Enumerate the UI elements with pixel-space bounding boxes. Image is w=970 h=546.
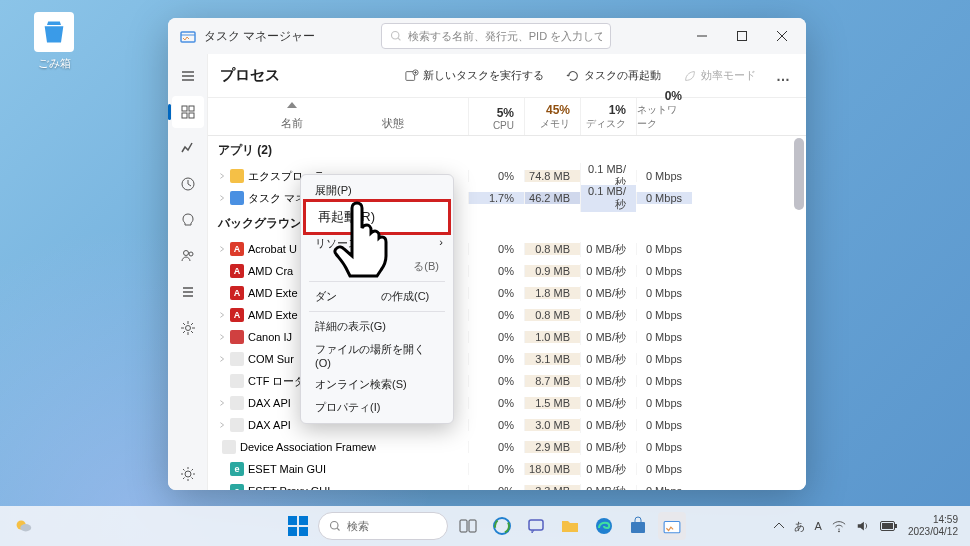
nav-users[interactable] (172, 240, 204, 272)
chat-button[interactable] (522, 512, 550, 540)
titlebar: タスク マネージャー 検索する名前、発行元、PID を入力してくだ... (168, 18, 806, 54)
start-button[interactable] (284, 512, 312, 540)
svg-point-9 (189, 252, 193, 256)
restart-task-button[interactable]: タスクの再起動 (560, 64, 667, 87)
process-row[interactable]: DAX API 0% 1.5 MB 0 MB/秒 0 Mbps (208, 392, 806, 414)
process-row[interactable]: COM Sur 0% 3.1 MB 0 MB/秒 0 Mbps (208, 348, 806, 370)
cpu-value: 0% (468, 170, 524, 182)
nav-performance[interactable] (172, 132, 204, 164)
recycle-bin[interactable]: ごみ箱 (24, 12, 84, 71)
process-row[interactable]: Canon IJ 0% 1.0 MB 0 MB/秒 0 Mbps (208, 326, 806, 348)
column-name[interactable]: 名前 (208, 98, 376, 135)
ime-kana[interactable]: あ (794, 519, 805, 534)
process-row[interactable]: eESET Main GUI 0% 18.0 MB 0 MB/秒 0 Mbps (208, 458, 806, 480)
process-row[interactable]: DAX API 0% 3.0 MB 0 MB/秒 0 Mbps (208, 414, 806, 436)
ctx-create-dump[interactable]: ダン の作成(C) (301, 285, 453, 308)
memory-value: 0.9 MB (524, 265, 580, 277)
ctx-properties[interactable]: プロパティ(I) (301, 396, 453, 419)
nav-settings[interactable] (172, 458, 204, 490)
run-new-task-button[interactable]: 新しいタスクを実行する (399, 64, 550, 87)
more-button[interactable]: … (772, 68, 794, 84)
network-value: 0 Mbps (636, 192, 692, 204)
ctx-open-location[interactable]: ファイルの場所を開く(O) (301, 338, 453, 373)
nav-services[interactable] (172, 312, 204, 344)
tray-chevron-icon[interactable] (774, 521, 784, 531)
process-row[interactable]: エクスプローラー 0% 74.8 MB 0.1 MB/秒 0 Mbps (208, 165, 806, 187)
network-value: 0 Mbps (636, 353, 692, 365)
clock[interactable]: 14:59 2023/04/12 (908, 514, 958, 538)
scrollbar-thumb[interactable] (794, 138, 804, 210)
cpu-value: 0% (468, 419, 524, 431)
memory-value: 46.2 MB (524, 192, 580, 204)
maximize-button[interactable] (722, 18, 762, 54)
minimize-button[interactable] (682, 18, 722, 54)
page-title: プロセス (220, 66, 280, 85)
process-name: AMD Cra (248, 265, 293, 277)
column-cpu[interactable]: 5%CPU (468, 98, 524, 135)
network-value: 0 Mbps (636, 397, 692, 409)
process-row[interactable]: CTF ローダ 0% 8.7 MB 0 MB/秒 0 Mbps (208, 370, 806, 392)
process-icon (222, 440, 236, 454)
window-title: タスク マネージャー (204, 28, 315, 45)
process-icon: e (230, 462, 244, 476)
process-row[interactable]: Device Association Framework... 0% 2.9 M… (208, 436, 806, 458)
process-row[interactable]: AAMD Cra 0% 0.9 MB 0 MB/秒 0 Mbps (208, 260, 806, 282)
volume-icon[interactable] (856, 519, 870, 533)
svg-point-29 (838, 530, 840, 532)
efficiency-mode-button: 効率モード (677, 64, 762, 87)
recycle-bin-label: ごみ箱 (38, 57, 71, 69)
process-row[interactable]: タスク マネ 1.7% 46.2 MB 0.1 MB/秒 0 Mbps (208, 187, 806, 209)
process-row[interactable]: AAMD Exte 0% 1.8 MB 0 MB/秒 0 Mbps (208, 282, 806, 304)
disk-value: 0 MB/秒 (580, 242, 636, 257)
column-network[interactable]: 0%ネットワーク (636, 98, 692, 135)
nav-processes[interactable] (172, 96, 204, 128)
process-icon (230, 352, 244, 366)
ctx-search-online[interactable]: オンライン検索(S) (301, 373, 453, 396)
svg-rect-2 (737, 32, 746, 41)
store-button[interactable] (624, 512, 652, 540)
close-button[interactable] (762, 18, 802, 54)
process-icon (230, 374, 244, 388)
ctx-details[interactable]: 詳細の表示(G) (301, 315, 453, 338)
nav-details[interactable] (172, 276, 204, 308)
scrollbar[interactable] (792, 136, 806, 490)
ctx-resource[interactable]: リソース(V) (301, 232, 453, 255)
column-memory[interactable]: 45%メモリ (524, 98, 580, 135)
svg-point-10 (185, 326, 190, 331)
battery-icon[interactable] (880, 520, 898, 532)
nav-app-history[interactable] (172, 168, 204, 200)
process-row[interactable]: AAMD Exte 0% 0.8 MB 0 MB/秒 0 Mbps (208, 304, 806, 326)
weather-widget[interactable] (12, 514, 34, 538)
process-name: DAX API (248, 419, 291, 431)
nav-menu-button[interactable] (172, 60, 204, 92)
memory-value: 0.8 MB (524, 243, 580, 255)
svg-rect-3 (182, 106, 187, 111)
memory-value: 3.1 MB (524, 353, 580, 365)
svg-point-15 (20, 524, 31, 531)
process-icon: A (230, 264, 244, 278)
nav-startup[interactable] (172, 204, 204, 236)
leaf-icon (683, 69, 697, 83)
wifi-icon[interactable] (832, 519, 846, 533)
search-input[interactable]: 検索する名前、発行元、PID を入力してくだ... (381, 23, 611, 49)
task-view-button[interactable] (454, 512, 482, 540)
svg-point-11 (185, 471, 191, 477)
ctx-restart[interactable]: 再起動(R) (303, 199, 451, 235)
task-manager-taskbar[interactable] (658, 512, 686, 540)
taskbar: 検索 あ A 14:59 2023/04/12 (0, 506, 970, 546)
process-row[interactable]: eESET Proxy GUI 0% 3.3 MB 0 MB/秒 0 Mbps (208, 480, 806, 490)
taskbar-search[interactable]: 検索 (318, 512, 448, 540)
process-row[interactable]: AAcrobat U 0% 0.8 MB 0 MB/秒 0 Mbps (208, 238, 806, 260)
edge-button[interactable] (590, 512, 618, 540)
widgets-button[interactable] (488, 512, 516, 540)
column-disk[interactable]: 1%ディスク (580, 98, 636, 135)
column-status[interactable]: 状態 (376, 98, 468, 135)
svg-rect-0 (181, 32, 195, 42)
ctx-efficiency[interactable]: る(B) (301, 255, 453, 278)
network-value: 0 Mbps (636, 331, 692, 343)
process-name: Canon IJ (248, 331, 292, 343)
explorer-button[interactable] (556, 512, 584, 540)
cpu-value: 0% (468, 485, 524, 490)
network-value: 0 Mbps (636, 243, 692, 255)
ime-mode[interactable]: A (815, 520, 822, 532)
